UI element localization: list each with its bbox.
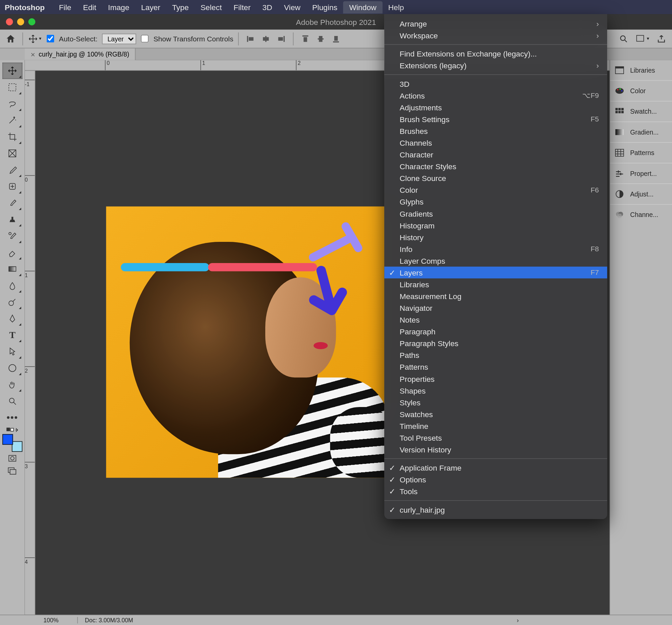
- menu-item-version-history[interactable]: Version History: [384, 444, 607, 456]
- crop-tool[interactable]: [2, 129, 23, 145]
- magic-wand-tool[interactable]: [2, 112, 23, 129]
- menu-select[interactable]: Select: [195, 1, 227, 14]
- menu-file[interactable]: File: [53, 1, 77, 14]
- show-transform-checkbox[interactable]: [141, 34, 149, 42]
- align-hcenter-icon[interactable]: [259, 31, 273, 46]
- healing-brush-tool[interactable]: [2, 178, 23, 195]
- brush-tool[interactable]: [2, 195, 23, 211]
- panel-gradients[interactable]: Gradien...: [610, 121, 672, 142]
- color-swatches[interactable]: [2, 434, 23, 452]
- close-window[interactable]: [6, 18, 13, 25]
- panel-channels[interactable]: Channe...: [610, 204, 672, 225]
- background-color-swatch[interactable]: [12, 441, 23, 452]
- panel-properties[interactable]: Propert...: [610, 163, 672, 183]
- menu-item-character[interactable]: Character: [384, 149, 607, 160]
- menu-edit[interactable]: Edit: [77, 1, 102, 14]
- menu-type[interactable]: Type: [166, 1, 194, 14]
- align-vcenter-icon[interactable]: [313, 31, 328, 46]
- menu-item-patterns[interactable]: Patterns: [384, 361, 607, 373]
- eyedropper-tool[interactable]: [2, 161, 23, 178]
- menu-item-curly-hair-jpg[interactable]: ✓curly_hair.jpg: [384, 504, 607, 515]
- menu-item-info[interactable]: InfoF8: [384, 243, 607, 255]
- menu-item-arrange[interactable]: Arrange›: [384, 18, 607, 30]
- panel-color[interactable]: Color: [610, 80, 672, 100]
- menu-item-layers[interactable]: ✓LayersF7: [384, 267, 607, 279]
- auto-select-checkbox[interactable]: [47, 34, 54, 42]
- menu-item-paths[interactable]: Paths: [384, 349, 607, 361]
- status-chevron-icon[interactable]: ›: [512, 617, 672, 623]
- lasso-tool[interactable]: [2, 95, 23, 112]
- frame-tool[interactable]: [2, 145, 23, 161]
- menu-item-options[interactable]: ✓Options: [384, 473, 607, 485]
- menu-view[interactable]: View: [278, 1, 306, 14]
- move-tool[interactable]: [2, 63, 23, 79]
- auto-select-dropdown[interactable]: Layer: [102, 33, 137, 44]
- align-left-icon[interactable]: [243, 31, 258, 46]
- pen-tool[interactable]: [2, 310, 23, 327]
- menu-item-tools[interactable]: ✓Tools: [384, 485, 607, 497]
- zoom-level[interactable]: 100%: [25, 617, 78, 623]
- menu-item-find-extensions-on-exchange-legacy-[interactable]: Find Extensions on Exchange (legacy)...: [384, 48, 607, 60]
- menu-item-workspace[interactable]: Workspace›: [384, 30, 607, 41]
- menu-item-channels[interactable]: Channels: [384, 137, 607, 149]
- menu-image[interactable]: Image: [102, 1, 135, 14]
- screen-mode-tool[interactable]: [2, 465, 23, 478]
- menu-item-actions[interactable]: Actions⌥F9: [384, 90, 607, 101]
- document-tab[interactable]: × curly_hair.jpg @ 100% (RGB/8): [25, 48, 136, 60]
- menu-item-history[interactable]: History: [384, 231, 607, 243]
- zoom-tool[interactable]: [2, 393, 23, 409]
- history-brush-tool[interactable]: [2, 228, 23, 244]
- path-selection-tool[interactable]: [2, 344, 23, 360]
- foreground-color-swatch[interactable]: [2, 434, 13, 445]
- menu-help[interactable]: Help: [382, 1, 410, 14]
- hand-tool[interactable]: [2, 376, 23, 393]
- menu-item-paragraph-styles[interactable]: Paragraph Styles: [384, 338, 607, 349]
- screen-mode-icon[interactable]: ▾: [635, 31, 649, 46]
- menu-item-notes[interactable]: Notes: [384, 314, 607, 326]
- zoom-window[interactable]: [28, 18, 35, 25]
- panel-adjustments[interactable]: Adjust...: [610, 183, 672, 204]
- app-name[interactable]: Photoshop: [5, 3, 45, 11]
- search-icon[interactable]: [617, 31, 631, 46]
- home-button[interactable]: [4, 31, 18, 46]
- panel-libraries[interactable]: Libraries: [610, 60, 672, 80]
- doc-size-info[interactable]: Doc: 3.00M/3.00M: [78, 617, 140, 623]
- menu-item-brushes[interactable]: Brushes: [384, 125, 607, 137]
- menu-item-clone-source[interactable]: Clone Source: [384, 172, 607, 184]
- panel-swatches[interactable]: Swatch...: [610, 101, 672, 121]
- menu-item-shapes[interactable]: Shapes: [384, 385, 607, 396]
- marquee-tool[interactable]: [2, 79, 23, 95]
- blur-tool[interactable]: [2, 277, 23, 294]
- eraser-tool[interactable]: [2, 244, 23, 261]
- menu-filter[interactable]: Filter: [227, 1, 257, 14]
- dodge-tool[interactable]: [2, 294, 23, 310]
- close-tab-icon[interactable]: ×: [30, 50, 35, 59]
- type-tool[interactable]: T: [2, 327, 23, 343]
- clone-stamp-tool[interactable]: [2, 211, 23, 228]
- menu-item-application-frame[interactable]: ✓Application Frame: [384, 462, 607, 473]
- menu-plugins[interactable]: Plugins: [306, 1, 343, 14]
- move-tool-icon[interactable]: ▾: [28, 31, 42, 46]
- align-bottom-icon[interactable]: [329, 31, 343, 46]
- menu-layer[interactable]: Layer: [135, 1, 166, 14]
- menu-item-glyphs[interactable]: Glyphs: [384, 196, 607, 208]
- share-icon[interactable]: [654, 31, 668, 46]
- menu-window[interactable]: Window: [343, 1, 382, 14]
- menu-item-extensions-legacy-[interactable]: Extensions (legacy)›: [384, 60, 607, 71]
- menu-item-measurement-log[interactable]: Measurement Log: [384, 290, 607, 302]
- gradient-tool[interactable]: [2, 261, 23, 277]
- panel-patterns[interactable]: Patterns: [610, 142, 672, 163]
- shape-tool[interactable]: [2, 360, 23, 376]
- menu-item-color[interactable]: ColorF6: [384, 184, 607, 196]
- menu-item-brush-settings[interactable]: Brush SettingsF5: [384, 113, 607, 125]
- menu-item-histogram[interactable]: Histogram: [384, 219, 607, 231]
- edit-toolbar[interactable]: •••: [2, 409, 23, 426]
- align-top-icon[interactable]: [298, 31, 312, 46]
- menu-item-navigator[interactable]: Navigator: [384, 302, 607, 314]
- menu-item-gradients[interactable]: Gradients: [384, 208, 607, 219]
- swap-colors-icon[interactable]: [2, 426, 23, 434]
- minimize-window[interactable]: [17, 18, 24, 25]
- menu-item-libraries[interactable]: Libraries: [384, 279, 607, 290]
- menu-item-properties[interactable]: Properties: [384, 373, 607, 385]
- menu-item-paragraph[interactable]: Paragraph: [384, 326, 607, 338]
